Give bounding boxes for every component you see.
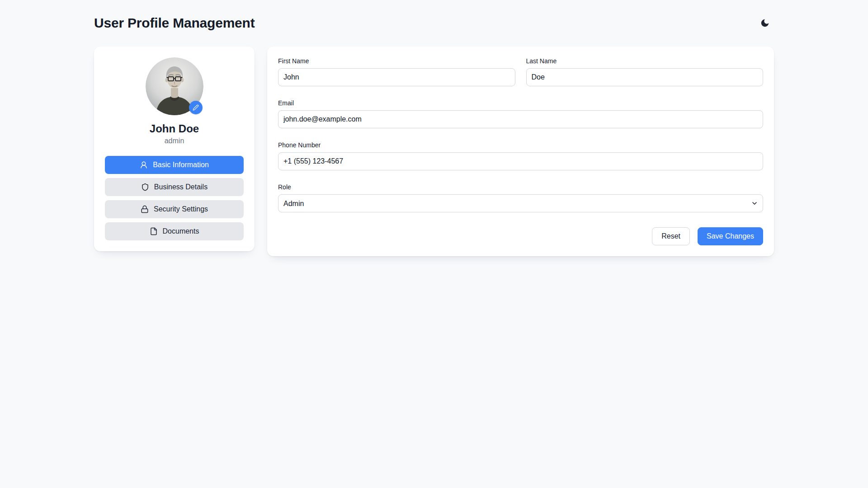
profile-form-card: First Name Last Name Email Phone Number …	[267, 47, 774, 256]
save-changes-button[interactable]: Save Changes	[698, 227, 763, 245]
page-header: User Profile Management	[94, 14, 774, 33]
file-icon	[150, 227, 158, 235]
nav-item-documents[interactable]: Documents	[105, 222, 244, 240]
last-name-field-group: Last Name	[526, 57, 764, 99]
profile-nav: Basic Information Business Details	[105, 156, 244, 240]
profile-role: admin	[105, 137, 244, 145]
last-name-input[interactable]	[526, 68, 764, 86]
role-label: Role	[278, 183, 763, 191]
moon-icon	[760, 18, 770, 28]
first-name-field-group: First Name	[278, 57, 515, 86]
shield-icon	[141, 183, 149, 191]
email-input[interactable]	[278, 110, 763, 128]
nav-item-label: Documents	[163, 227, 199, 235]
phone-label: Phone Number	[278, 141, 763, 149]
nav-item-label: Basic Information	[153, 161, 209, 169]
phone-field-group: Phone Number	[278, 141, 763, 170]
avatar-wrap	[146, 57, 203, 115]
nav-item-basic-information[interactable]: Basic Information	[105, 156, 244, 174]
theme-toggle-button[interactable]	[756, 14, 774, 32]
pencil-icon	[193, 104, 199, 111]
page-title: User Profile Management	[94, 15, 255, 31]
profile-name: John Doe	[105, 122, 244, 135]
last-name-label: Last Name	[526, 57, 764, 65]
nav-item-security-settings[interactable]: Security Settings	[105, 200, 244, 218]
reset-button[interactable]: Reset	[652, 227, 690, 245]
nav-item-label: Security Settings	[154, 205, 208, 213]
first-name-input[interactable]	[278, 68, 515, 86]
nav-item-label: Business Details	[154, 183, 208, 191]
form-actions: Reset Save Changes	[278, 227, 763, 245]
role-field-group: Role Admin	[278, 183, 763, 212]
first-name-label: First Name	[278, 57, 515, 65]
lock-icon	[141, 205, 149, 213]
main-content: John Doe admin Basic Information	[94, 47, 774, 256]
email-field-group: Email	[278, 99, 763, 128]
profile-card: John Doe admin Basic Information	[94, 47, 255, 251]
page-container: User Profile Management	[94, 0, 774, 256]
edit-avatar-button[interactable]	[189, 101, 203, 114]
phone-input[interactable]	[278, 152, 763, 170]
email-label: Email	[278, 99, 763, 107]
nav-item-business-details[interactable]: Business Details	[105, 178, 244, 196]
role-select[interactable]: Admin	[278, 194, 763, 212]
user-icon	[140, 161, 148, 169]
